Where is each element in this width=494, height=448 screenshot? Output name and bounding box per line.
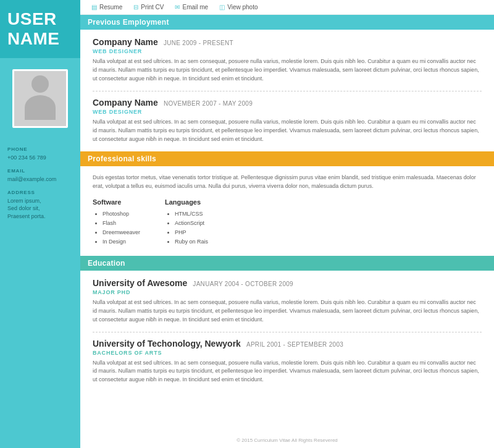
employment-1-text: Nulla volutpat at est sed ultrices. In a…: [93, 57, 482, 83]
education-2-title-row: University of Techonology, Newyork APRIL…: [93, 339, 482, 349]
print-label: Print CV: [141, 4, 164, 11]
employment-2-company: Company Name: [93, 98, 158, 108]
footer-text: © 2015 Curriculum Vitae All Rights Resev…: [237, 437, 338, 443]
user-name: USER NAME: [0, 0, 80, 58]
nav-photo[interactable]: ◫ View photo: [219, 4, 257, 11]
software-list: Photoshop Flash Dreemweeaver In Design: [93, 209, 140, 247]
languages-label: Languages: [165, 198, 208, 206]
list-item: In Design: [103, 237, 140, 247]
education-1-institution: University of Awesome: [93, 278, 187, 288]
employment-2-text: Nulla volutpat at est sed ultrices. In a…: [93, 118, 482, 144]
education-2-role: BACHELORS OF ARTS: [93, 350, 482, 356]
name-line1: USER: [7, 9, 57, 28]
address-label: ADDRESS: [7, 190, 73, 195]
education-entry-1: University of Awesome JANUARY 2004 - OCT…: [93, 278, 482, 324]
list-item: Ruby on Rais: [175, 237, 208, 247]
employment-1-date: JUNE 2009 - PRESENT: [164, 40, 233, 46]
avatar-figure: [22, 75, 59, 122]
education-2-date: APRIL 2001 - SEPTEMBER 2003: [246, 341, 343, 348]
resume-content: Previous Employment Company Name JUNE 20…: [80, 15, 494, 433]
print-icon: ⊟: [133, 4, 138, 11]
email-value: mail@example.com: [7, 175, 73, 184]
software-label: Software: [93, 198, 140, 206]
education-entry-2: University of Techonology, Newyork APRIL…: [93, 339, 482, 385]
email-icon: ✉: [175, 4, 180, 11]
skills-intro-text: Duis egestas tortor metus, vitae venenat…: [93, 174, 482, 191]
employment-entry-1: Company Name JUNE 2009 - PRESENT WEB DES…: [93, 37, 482, 83]
phone-value: +00 234 56 789: [7, 154, 73, 162]
skills-section-header: Professional skills: [80, 151, 494, 166]
list-item: ActionScript: [175, 219, 208, 228]
employment-header-text: Previous Employment: [88, 18, 169, 27]
employment-section-header: Previous Employment: [80, 15, 494, 30]
education-1-date: JANUARY 2004 - OCTOBER 2009: [193, 281, 293, 287]
employment-1-title-row: Company Name JUNE 2009 - PRESENT: [93, 37, 482, 47]
languages-column: Languages HTML/CSS ActionScript PHP Ruby…: [165, 198, 208, 247]
languages-list: HTML/CSS ActionScript PHP Ruby on Rais: [165, 209, 208, 247]
divider-2: [93, 332, 482, 332]
email-label: EMAIL: [7, 168, 73, 174]
avatar: [12, 69, 68, 128]
avatar-head: [31, 75, 49, 93]
photo-icon: ◫: [219, 4, 225, 11]
email-nav-label: Email me: [182, 4, 208, 11]
employment-entry-2: Company Name NOVEMBER 2007 - MAY 2009 WE…: [93, 98, 482, 144]
avatar-body: [25, 95, 56, 120]
list-item: PHP: [175, 228, 208, 237]
skills-columns: Software Photoshop Flash Dreemweeaver In…: [93, 198, 482, 247]
phone-label: PHONE: [7, 146, 73, 152]
education-2-text: Nulla volutpat at est sed ultrices. In a…: [93, 359, 482, 385]
education-section-header: Education: [80, 256, 494, 271]
list-item: Flash: [103, 219, 140, 228]
divider-1: [93, 91, 482, 91]
nav-resume[interactable]: ▤ Resume: [91, 4, 122, 11]
employment-1-role: WEB DESIGNER: [93, 48, 482, 54]
name-line2: NAME: [7, 29, 59, 48]
sidebar: USER NAME PHONE +00 234 56 789 EMAIL mai…: [0, 0, 80, 448]
address-value: Lorem ipsum, Sed dolor sit, Praesent por…: [7, 197, 73, 221]
main-content: ▤ Resume ⊟ Print CV ✉ Email me ◫ View ph…: [80, 0, 494, 448]
list-item: Photoshop: [103, 209, 140, 219]
software-column: Software Photoshop Flash Dreemweeaver In…: [93, 198, 140, 247]
top-nav: ▤ Resume ⊟ Print CV ✉ Email me ◫ View ph…: [80, 0, 494, 15]
nav-print[interactable]: ⊟ Print CV: [133, 4, 164, 11]
education-1-text: Nulla volutpat at est sed ultrices. In a…: [93, 298, 482, 324]
employment-2-title-row: Company Name NOVEMBER 2007 - MAY 2009: [93, 98, 482, 108]
education-header-text: Education: [88, 259, 125, 268]
resume-icon: ▤: [91, 4, 97, 11]
photo-label: View photo: [227, 4, 257, 11]
list-item: Dreemweeaver: [103, 228, 140, 237]
employment-2-role: WEB DESIGNER: [93, 109, 482, 115]
education-1-title-row: University of Awesome JANUARY 2004 - OCT…: [93, 278, 482, 288]
employment-1-company: Company Name: [93, 37, 158, 47]
employment-2-date: NOVEMBER 2007 - MAY 2009: [164, 100, 253, 107]
skills-header-text: Professional skills: [88, 154, 156, 163]
list-item: HTML/CSS: [175, 209, 208, 219]
nav-email[interactable]: ✉ Email me: [175, 4, 208, 11]
sidebar-contact: PHONE +00 234 56 789 EMAIL mail@example.…: [0, 135, 80, 225]
education-2-institution: University of Techonology, Newyork: [93, 339, 241, 349]
resume-label: Resume: [99, 4, 122, 11]
footer: © 2015 Curriculum Vitae All Rights Resev…: [80, 433, 494, 448]
education-1-role: MAJOR PHD: [93, 289, 482, 295]
